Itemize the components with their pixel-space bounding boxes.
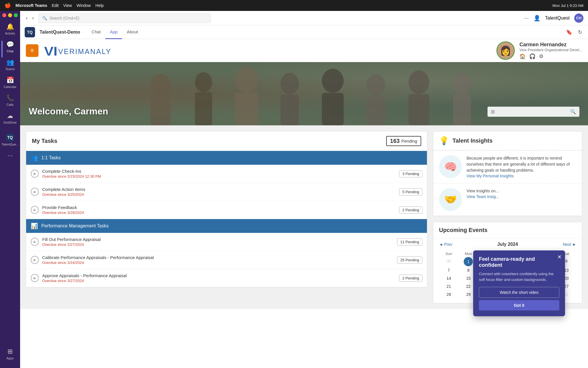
refresh-button[interactable]: ↻ bbox=[577, 28, 583, 37]
menu-view[interactable]: View bbox=[63, 3, 72, 8]
task-info-checkins: Complete Check-Ins Overdue since 2/23/20… bbox=[42, 169, 396, 179]
sidebar-item-chat-label: Chat bbox=[7, 49, 13, 53]
search-placeholder: Search (Cmd+E) bbox=[49, 16, 80, 20]
menu-edit[interactable]: Edit bbox=[52, 3, 59, 8]
forward-button[interactable]: › bbox=[31, 14, 35, 22]
maximize-window-button[interactable] bbox=[14, 13, 18, 17]
profile-icon[interactable]: 👤 bbox=[533, 15, 541, 22]
task-overdue-calibrate: Overdue since 3/24/2024 bbox=[42, 260, 394, 265]
insights-icon: 💡 bbox=[439, 136, 449, 145]
sidebar-item-onedrive[interactable]: ☁ OneDrive bbox=[1, 110, 19, 126]
calendar-icon: 📅 bbox=[6, 76, 14, 84]
got-it-button[interactable]: Got it bbox=[479, 300, 559, 310]
cal-day-14[interactable]: 14 bbox=[439, 274, 459, 282]
teams-icon: 👥 bbox=[6, 59, 14, 66]
cal-day-1[interactable]: 1 bbox=[464, 257, 473, 266]
task-play-action-items[interactable]: ▶ bbox=[31, 188, 39, 196]
cal-day-21[interactable]: 21 bbox=[439, 282, 459, 290]
hero-search-submit-icon[interactable]: 🔍 bbox=[570, 109, 576, 114]
mac-menubar: 🍎 Microsoft Teams Edit View Window Help … bbox=[0, 0, 588, 11]
user-avatar-large: 👩 bbox=[496, 41, 515, 60]
close-window-button[interactable] bbox=[2, 13, 6, 17]
sidebar-item-calls-label: Calls bbox=[7, 103, 13, 106]
menu-window[interactable]: Window bbox=[76, 3, 91, 8]
bookmark-button[interactable]: 🔖 bbox=[565, 28, 573, 37]
task-info-action-items: Complete Action Items Overdue since 3/25… bbox=[42, 187, 396, 197]
hero-search-bar[interactable]: ⊟ 🔍 bbox=[488, 107, 579, 117]
calendar-next-button[interactable]: Next ► bbox=[563, 242, 576, 247]
task-item-calibrate: ▶ Calibrate Performance Appraisals - Per… bbox=[26, 251, 427, 269]
cal-day-28[interactable]: 28 bbox=[439, 290, 459, 298]
activity-icon: 🔔 bbox=[6, 23, 14, 30]
search-bar[interactable]: 🔍 Search (Cmd+E) bbox=[38, 13, 211, 23]
tab-about[interactable]: About bbox=[122, 25, 142, 39]
verim-logo: VERIMANALYTICS bbox=[44, 45, 111, 56]
sidebar-item-talentquest-label: TalentQue... bbox=[1, 143, 18, 146]
calendar-prev-button[interactable]: ◄ Prev bbox=[439, 242, 452, 247]
task-pending-feedback: 2 Pending bbox=[399, 206, 422, 214]
task-pending-approve: 2 Pending bbox=[399, 275, 422, 282]
task-play-approve[interactable]: ▶ bbox=[31, 274, 39, 282]
apps-icon: ⊞ bbox=[7, 348, 13, 355]
app-title: TalentQuest-Demo bbox=[40, 30, 80, 35]
events-header: Upcoming Events bbox=[433, 222, 582, 238]
insight-team-image: 🤝 bbox=[439, 188, 462, 211]
calendar-month-label: July 2024 bbox=[457, 242, 558, 247]
tasks-header: My Tasks 163 Pending bbox=[26, 131, 427, 151]
sidebar-item-apps-label: Apps bbox=[6, 356, 13, 360]
task-play-feedback[interactable]: ▶ bbox=[31, 206, 39, 214]
cal-day-30-prev[interactable]: 30 bbox=[439, 257, 459, 266]
hero-search-input[interactable] bbox=[497, 110, 568, 114]
task-pending-calibrate: 25 Pending bbox=[397, 256, 422, 264]
sidebar-item-teams[interactable]: 👥 Teams bbox=[1, 56, 19, 73]
settings-icon[interactable]: ⚙ bbox=[539, 53, 543, 60]
task-info-approve: Approve Appraisals - Performance Apprais… bbox=[42, 273, 396, 283]
sidebar-item-apps[interactable]: ⊞ Apps bbox=[1, 346, 19, 362]
sidebar-item-chat[interactable]: 💬 Chat bbox=[1, 39, 19, 55]
task-play-appraisal[interactable]: ▶ bbox=[31, 238, 39, 246]
task-play-checkins[interactable]: ▶ bbox=[31, 170, 39, 178]
tab-chat[interactable]: Chat bbox=[87, 25, 105, 39]
user-avatar[interactable]: CH bbox=[574, 14, 583, 23]
popup-close-button[interactable]: ✕ bbox=[557, 254, 562, 260]
watch-video-button[interactable]: Watch the short video bbox=[479, 287, 559, 298]
hero-filter-icon[interactable]: ⊟ bbox=[491, 109, 495, 114]
apple-logo-icon[interactable]: 🍎 bbox=[5, 2, 11, 9]
window-controls bbox=[2, 13, 18, 17]
home-icon[interactable]: 🏠 bbox=[519, 53, 526, 60]
calls-icon: 📞 bbox=[6, 94, 14, 102]
app-logo: TQ bbox=[25, 27, 35, 37]
sidebar-item-calls[interactable]: 📞 Calls bbox=[1, 92, 19, 109]
cal-day-7[interactable]: 7 bbox=[439, 266, 459, 274]
teams-titlebar: ‹ › 🔍 Search (Cmd+E) ··· 👤 TalentQuest C… bbox=[20, 11, 588, 25]
menu-help[interactable]: Help bbox=[95, 3, 104, 8]
task-name-calibrate: Calibrate Performance Appraisals - Perfo… bbox=[42, 255, 394, 260]
tab-app[interactable]: App bbox=[105, 25, 122, 39]
sidebar-item-activity[interactable]: 🔔 Activity bbox=[1, 21, 19, 37]
main-content: ≡ VERIMANALYTICS 👩 Carmen Hernandez bbox=[20, 39, 588, 368]
task-info-appraisal: Fill Out Performance Appraisal Overdue s… bbox=[42, 237, 394, 247]
headset-icon[interactable]: 🎧 bbox=[529, 53, 535, 60]
hamburger-menu-button[interactable]: ≡ bbox=[26, 44, 38, 57]
pending-badge: 163 Pending bbox=[386, 136, 421, 146]
app-header-actions: 🔖 ↻ bbox=[565, 28, 583, 37]
insight-personal-image: 🧠 bbox=[439, 155, 462, 178]
back-button[interactable]: ‹ bbox=[25, 14, 29, 22]
user-profile-area: 👩 Carmen Hernandez Vice President Organi… bbox=[496, 41, 582, 60]
insight-personal-link[interactable]: View My Personal Insights bbox=[467, 174, 514, 178]
sidebar-item-talentquest[interactable]: TQ TalentQue... bbox=[1, 131, 19, 148]
task-name-checkins: Complete Check-Ins bbox=[42, 169, 396, 174]
welcome-text: Welcome, Carmen bbox=[29, 106, 108, 117]
minimize-window-button[interactable] bbox=[8, 13, 12, 17]
calendar-nav: ◄ Prev July 2024 Next ► bbox=[433, 238, 582, 250]
more-options-icon[interactable]: ··· bbox=[524, 15, 529, 21]
pending-count: 163 bbox=[390, 138, 400, 144]
task-overdue-approve: Overdue since 3/27/2024 bbox=[42, 279, 396, 283]
active-app-name: Microsoft Teams bbox=[16, 3, 47, 8]
sidebar-item-calendar[interactable]: 📅 Calendar bbox=[1, 74, 19, 91]
more-apps-icon[interactable]: ··· bbox=[7, 152, 13, 159]
insight-team-text: View insights on... bbox=[467, 188, 499, 194]
insight-team-link[interactable]: View Team Insig... bbox=[467, 194, 499, 199]
task-play-calibrate[interactable]: ▶ bbox=[31, 256, 39, 264]
user-full-name: Carmen Hernandez bbox=[519, 42, 582, 48]
